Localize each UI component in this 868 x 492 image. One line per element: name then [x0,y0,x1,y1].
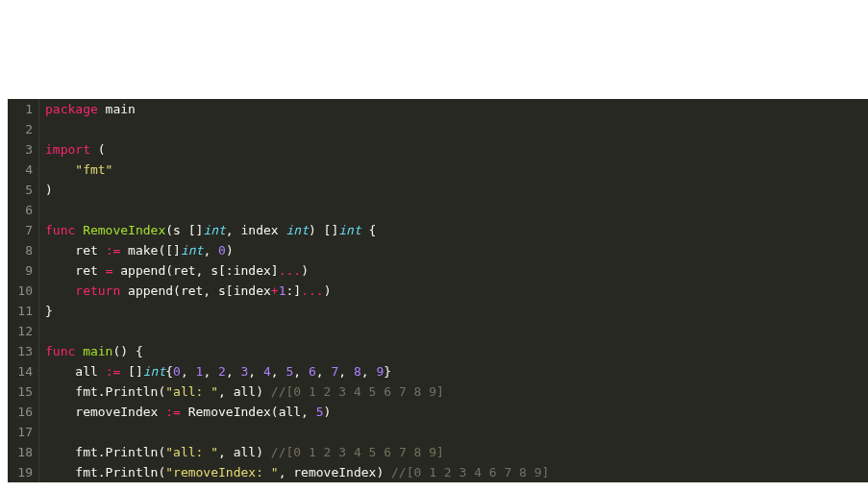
code-token [45,283,75,298]
code-token: int [143,364,165,379]
code-token: (s [] [165,223,203,237]
code-line[interactable] [45,422,868,442]
code-line[interactable]: return append(ret, s[index+1:]...) [45,281,868,301]
code-token: ) [45,183,53,197]
line-number: 4 [12,160,33,180]
code-token: ret [45,263,106,278]
code-token: "all: " [165,384,218,399]
code-line[interactable]: "fmt" [45,160,868,180]
code-token: ... [279,263,301,278]
code-line[interactable] [45,200,868,220]
line-number: 8 [12,240,33,260]
code-line[interactable]: fmt.Println("removeIndex: ", removeIndex… [45,462,868,482]
code-line[interactable]: ret = append(ret, s[:index]...) [45,260,868,281]
line-number: 9 [12,260,33,281]
code-token: 0 [173,364,181,379]
line-number: 13 [12,341,33,361]
code-token: 6 [309,364,316,379]
code-line[interactable]: import ( [45,139,868,160]
code-editor[interactable]: 12345678910111213141516171819 package ma… [8,99,868,482]
code-token [75,344,83,358]
code-token: append(ret, s[:index] [112,263,278,278]
code-token: package [45,102,98,116]
code-token: 5 [316,405,324,419]
line-number: 7 [12,220,33,240]
code-token: int [181,243,203,258]
code-token: 8 [354,364,361,379]
line-number: 5 [12,180,33,200]
code-token: main [83,344,112,358]
code-token: "removeIndex: " [165,465,278,480]
code-token: , [248,364,263,379]
code-token: 0 [218,243,226,258]
line-number: 2 [12,119,33,139]
code-line[interactable] [45,119,868,139]
code-token: + [271,283,279,298]
code-token: int [285,223,308,237]
code-token: := [106,243,121,258]
code-token: return [75,283,120,298]
code-line[interactable]: func RemoveIndex(s []int, index int) []i… [45,220,868,240]
code-token: [] [120,364,142,379]
code-token: ) [324,405,332,419]
code-line[interactable]: all := []int{0, 1, 2, 3, 4, 5, 6, 7, 8, … [45,361,868,381]
code-token: , [271,364,286,379]
line-number: 6 [12,200,33,220]
code-line[interactable]: package main [45,99,868,119]
code-token: , removeIndex) [279,465,391,480]
code-token: ... [301,283,323,298]
code-token: , [203,243,218,258]
code-token: ) [] [309,223,338,237]
code-token: all [45,364,106,379]
line-number: 16 [12,402,33,422]
line-number: 14 [12,361,33,381]
line-number: 15 [12,381,33,402]
code-token: , all) [218,445,271,459]
code-token: fmt.Println( [45,384,165,399]
code-token: import [45,142,90,157]
line-number: 1 [12,99,33,119]
code-token: , [226,364,241,379]
code-token: ) [226,243,234,258]
line-number: 10 [12,281,33,301]
code-line[interactable]: ) [45,180,868,200]
line-number: 3 [12,139,33,160]
line-number: 12 [12,321,33,341]
code-token: ) [301,263,309,278]
code-area[interactable]: package mainimport ( "fmt")func RemoveIn… [39,99,868,482]
code-token: int [203,223,225,237]
code-token: ( [90,142,106,157]
code-token: //[0 1 2 3 4 5 6 7 8 9] [271,445,444,459]
code-token: } [45,304,53,318]
code-token: , index [226,223,286,237]
line-number: 17 [12,422,33,442]
code-line[interactable]: } [45,301,868,321]
code-token: "fmt" [75,162,112,177]
code-line[interactable]: func main() { [45,341,868,361]
code-token: := [106,364,121,379]
code-token: ret [45,243,106,258]
code-token: ) [324,283,332,298]
code-token: 2 [218,364,226,379]
code-token: //[0 1 2 3 4 6 7 8 9] [391,465,549,480]
line-number: 11 [12,301,33,321]
code-token: fmt.Println( [45,465,165,480]
code-token: //[0 1 2 3 4 5 6 7 8 9] [271,384,444,399]
code-token: int [338,223,360,237]
code-token: , [203,364,218,379]
code-token: } [384,364,391,379]
code-line[interactable] [45,321,868,341]
code-line[interactable]: fmt.Println("all: ", all) //[0 1 2 3 4 5… [45,442,868,462]
code-token: func [45,344,75,358]
code-token: , [338,364,354,379]
code-line[interactable]: removeIndex := RemoveIndex(all, 5) [45,402,868,422]
code-token: RemoveIndex [83,223,165,237]
code-token: , [293,364,309,379]
code-line[interactable]: fmt.Println("all: ", all) //[0 1 2 3 4 5… [45,381,868,402]
line-number-gutter: 12345678910111213141516171819 [8,99,39,482]
code-token: removeIndex [45,405,165,419]
code-token: RemoveIndex(all, [181,405,316,419]
code-token: , all) [218,384,271,399]
code-line[interactable]: ret := make([]int, 0) [45,240,868,260]
code-token: append(ret, s[index [120,283,271,298]
